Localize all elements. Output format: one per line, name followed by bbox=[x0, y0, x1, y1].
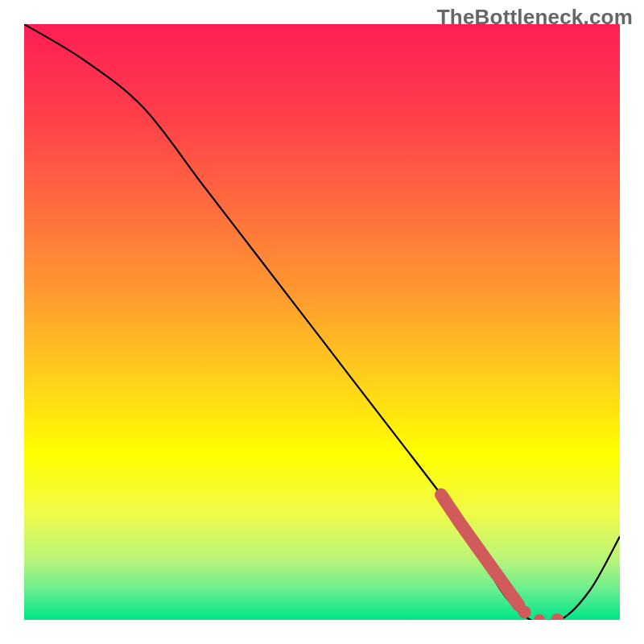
chart-container: TheBottleneck.com bbox=[0, 0, 644, 644]
chart-svg bbox=[24, 24, 620, 620]
plot-area bbox=[24, 24, 620, 620]
highlight-dot bbox=[518, 605, 531, 618]
gradient-rect bbox=[24, 24, 620, 620]
